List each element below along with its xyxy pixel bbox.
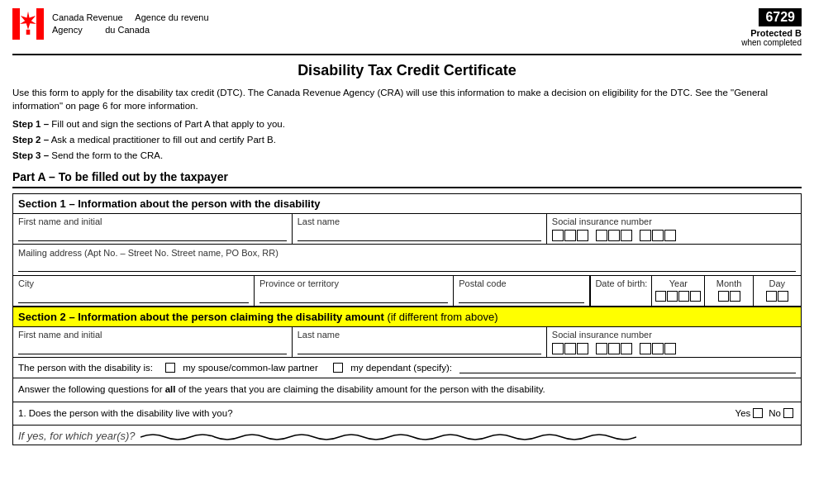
- last-name-input[interactable]: [298, 230, 541, 241]
- s2-sin-box-6[interactable]: [621, 343, 632, 354]
- sin-box-4[interactable]: [596, 230, 607, 241]
- when-completed-label: when completed: [741, 38, 802, 47]
- s2-name-row: First name and initial Last name Social …: [13, 327, 801, 358]
- mailing-input[interactable]: [18, 260, 796, 272]
- no-checkbox[interactable]: [783, 408, 793, 418]
- mailing-label: Mailing address (Apt No. – Street No. St…: [18, 248, 796, 258]
- s2-sin-box-4[interactable]: [596, 343, 607, 354]
- s2-first-name-input[interactable]: [18, 343, 287, 354]
- section2-title: Section 2 – Information about the person…: [18, 311, 384, 323]
- first-name-label: First name and initial: [18, 216, 287, 226]
- sin-box-7[interactable]: [640, 230, 651, 241]
- s2-sin-box-2[interactable]: [564, 343, 576, 354]
- name-row: First name and initial Last name Social …: [13, 214, 801, 245]
- s2-sin-box-1[interactable]: [552, 343, 564, 354]
- agency-fr2: du Canada: [105, 25, 150, 35]
- s2-sin-boxes: [552, 343, 796, 354]
- dob-label-cell: Date of birth:: [591, 276, 652, 306]
- month-boxes: [708, 291, 749, 302]
- month-label: Month: [708, 278, 749, 288]
- postal-input[interactable]: [459, 292, 584, 303]
- sin-box-8[interactable]: [652, 230, 664, 241]
- dob-label: Date of birth:: [595, 278, 647, 288]
- no-label: No: [769, 407, 781, 421]
- sin-box-5[interactable]: [608, 230, 620, 241]
- step1-text: Fill out and sign the sections of Part A…: [49, 119, 285, 129]
- city-row: City Province or territory Postal code D…: [13, 276, 801, 307]
- year-box-2[interactable]: [667, 291, 678, 302]
- relationship-label: The person with the disability is:: [18, 363, 153, 373]
- sin-box-3[interactable]: [577, 230, 588, 241]
- relationship-row: The person with the disability is: my sp…: [13, 358, 801, 378]
- city-label: City: [18, 278, 249, 288]
- q2-wavy-line[interactable]: [140, 430, 796, 440]
- header-left: Canada Revenue Agence du revenu Agency d…: [12, 8, 209, 40]
- city-input[interactable]: [18, 292, 249, 303]
- dependant-specify-input[interactable]: [459, 362, 796, 373]
- sin-box-2[interactable]: [564, 230, 576, 241]
- mailing-row: Mailing address (Apt No. – Street No. St…: [13, 245, 801, 276]
- year-box-1[interactable]: [655, 291, 666, 302]
- first-name-input[interactable]: [18, 230, 287, 241]
- province-input[interactable]: [259, 292, 448, 303]
- section1-wrapper: Section 1 – Information about the person…: [12, 193, 802, 307]
- s2-sin-box-7[interactable]: [640, 343, 651, 354]
- day-box-2[interactable]: [778, 291, 788, 302]
- wavy-svg: [140, 430, 636, 440]
- step3-text: Send the form to the CRA.: [49, 150, 163, 160]
- year-boxes: [655, 291, 701, 302]
- day-boxes: [757, 291, 797, 302]
- year-label: Year: [655, 278, 701, 288]
- sin-cell: Social insurance number: [547, 214, 801, 244]
- city-cell: City: [13, 276, 255, 306]
- step2-label: Step 2 –: [12, 135, 49, 145]
- step1-label: Step 1 –: [12, 119, 49, 129]
- year-box-4[interactable]: [690, 291, 701, 302]
- sin-box-9[interactable]: [664, 230, 676, 241]
- answer-bold: all: [165, 384, 176, 394]
- step2-text: Ask a medical practitioner to fill out a…: [49, 135, 276, 145]
- s2-sin-box-5[interactable]: [608, 343, 620, 354]
- agency-text: Canada Revenue Agence du revenu Agency d…: [52, 12, 209, 37]
- s2-last-name-input[interactable]: [298, 343, 541, 354]
- postal-label: Postal code: [459, 278, 584, 288]
- s2-sin-label: Social insurance number: [552, 330, 796, 340]
- s2-sin-box-3[interactable]: [577, 343, 588, 354]
- month-cell: Month: [705, 276, 753, 306]
- step3-line: Step 3 – Send the form to the CRA.: [12, 149, 802, 162]
- s2-first-name-cell: First name and initial: [13, 327, 293, 357]
- protected-label: Protected B: [741, 28, 802, 38]
- province-cell: Province or territory: [255, 276, 454, 306]
- form-number: 6729: [759, 8, 802, 26]
- answer-intro: Answer the following questions for: [18, 384, 163, 394]
- agency-fr: Agence du revenu: [135, 12, 208, 22]
- sin-box-6[interactable]: [621, 230, 632, 241]
- q1-yes-no: 1. Does the person with the disability l…: [18, 407, 796, 421]
- year-cell: Year: [652, 276, 705, 306]
- page-header: Canada Revenue Agence du revenu Agency d…: [12, 8, 802, 47]
- day-label: Day: [757, 278, 797, 288]
- province-label: Province or territory: [259, 278, 448, 288]
- spouse-checkbox[interactable]: [165, 363, 175, 373]
- yes-checkbox[interactable]: [753, 408, 763, 418]
- svg-rect-0: [12, 8, 20, 40]
- month-box-1[interactable]: [718, 291, 729, 302]
- q1-text: 1. Does the person with the disability l…: [18, 407, 735, 421]
- part-divider: [12, 187, 802, 188]
- s2-sin-box-8[interactable]: [652, 343, 664, 354]
- day-box-1[interactable]: [766, 291, 777, 302]
- no-item: No: [769, 407, 796, 421]
- sin-box-1[interactable]: [552, 230, 564, 241]
- month-box-2[interactable]: [730, 291, 740, 302]
- last-name-cell: Last name: [293, 214, 547, 244]
- year-box-3[interactable]: [678, 291, 689, 302]
- section2-wrapper: Section 2 – Information about the person…: [12, 307, 802, 445]
- step3-label: Step 3 –: [12, 150, 49, 160]
- s2-sin-box-9[interactable]: [664, 343, 676, 354]
- dob-section: Date of birth: Year Month Day: [590, 276, 801, 306]
- dependant-checkbox[interactable]: [333, 363, 343, 373]
- q2-text: If yes, for which year(s)?: [18, 430, 136, 442]
- s2-sin-cell: Social insurance number: [547, 327, 801, 357]
- day-cell: Day: [754, 276, 801, 306]
- sin-label: Social insurance number: [552, 216, 796, 226]
